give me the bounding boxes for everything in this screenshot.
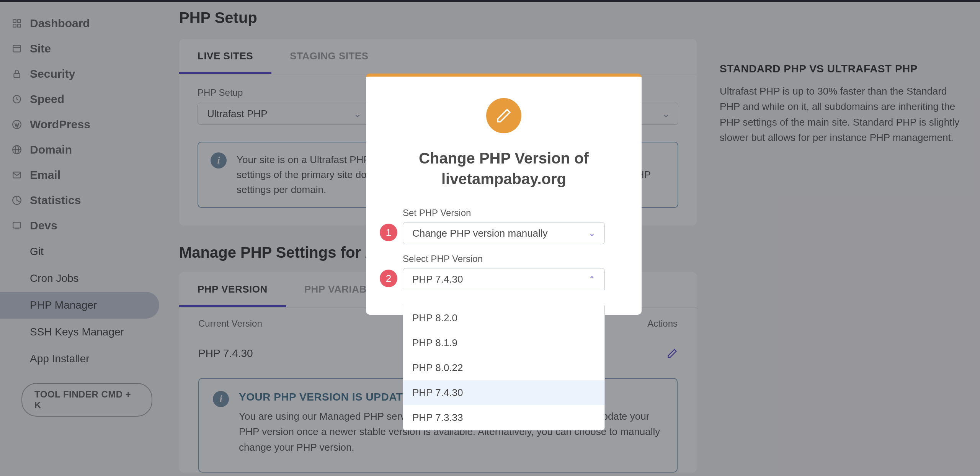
modal-title-prefix: Change PHP Version of xyxy=(419,150,589,167)
dropdown-item[interactable]: PHP 7.3.33 xyxy=(403,405,604,430)
modal-title: Change PHP Version of livetampabay.org xyxy=(366,148,642,208)
pencil-icon xyxy=(486,98,521,133)
php-version-dropdown: PHP 8.2.0 PHP 8.1.9 PHP 8.0.22 PHP 7.4.3… xyxy=(403,306,605,430)
dropdown-item[interactable]: PHP 7.4.30 xyxy=(403,380,604,405)
select-php-version-label: Select PHP Version xyxy=(403,254,605,264)
chevron-up-icon: ⌃ xyxy=(589,275,595,284)
modal-title-domain: livetampabay.org xyxy=(441,170,566,187)
select-php-version-value: PHP 7.4.30 xyxy=(412,273,463,285)
set-php-version-select[interactable]: Change PHP version manually ⌄ xyxy=(403,222,605,244)
modal-field-1: 1 Set PHP Version Change PHP version man… xyxy=(366,208,642,254)
dropdown-item[interactable]: PHP 8.0.22 xyxy=(403,355,604,380)
set-php-version-value: Change PHP version manually xyxy=(412,227,548,239)
chevron-down-icon: ⌄ xyxy=(589,229,595,238)
change-php-modal: Change PHP Version of livetampabay.org 1… xyxy=(366,74,642,315)
dropdown-item[interactable]: PHP 8.2.0 xyxy=(403,306,604,330)
select-php-version-select[interactable]: PHP 7.4.30 ⌃ xyxy=(403,268,605,290)
set-php-version-label: Set PHP Version xyxy=(403,208,605,218)
step-badge-1: 1 xyxy=(380,224,397,241)
step-badge-2: 2 xyxy=(380,270,397,287)
modal-field-2: 2 Select PHP Version PHP 7.4.30 ⌃ PHP 8.… xyxy=(366,254,642,315)
dropdown-item[interactable]: PHP 8.1.9 xyxy=(403,330,604,355)
